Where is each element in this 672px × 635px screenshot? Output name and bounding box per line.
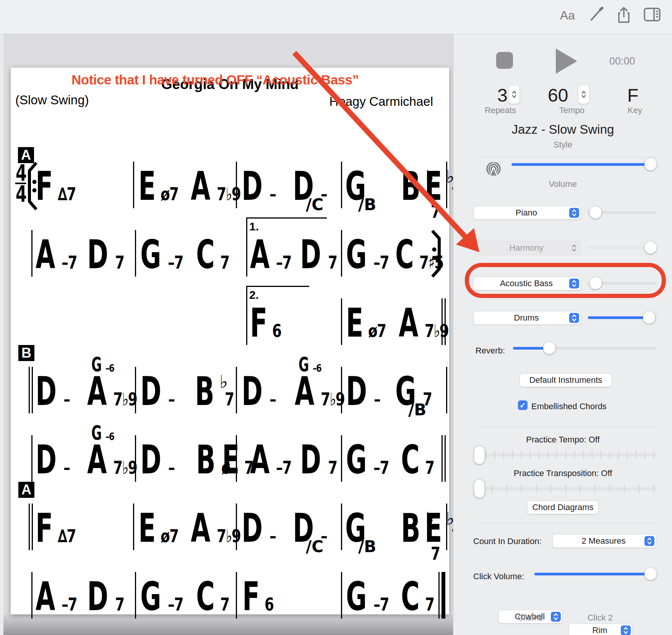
chord: F∆7	[36, 513, 81, 545]
play-button[interactable]	[556, 49, 577, 74]
barline-double	[29, 367, 30, 413]
chord: Eø7	[138, 171, 183, 203]
chord-accidental: ♭	[219, 373, 228, 390]
stepper-label: Tempo	[551, 105, 593, 115]
slider-knob[interactable]	[644, 241, 657, 254]
stepper-label: Repeats	[479, 105, 521, 115]
barline	[341, 230, 342, 277]
chord-root: G	[91, 425, 101, 441]
harmony-select[interactable]: Harmony	[473, 241, 581, 255]
chord-quality: ø7	[368, 322, 386, 340]
drums-volume-slider[interactable]	[588, 311, 657, 324]
slider-knob[interactable]	[543, 342, 555, 354]
chord: G–7	[140, 581, 187, 613]
chord-root: F	[242, 581, 258, 612]
chord-root: G	[140, 581, 160, 612]
stepper-control[interactable]	[578, 85, 589, 104]
chord-bass: /B	[358, 539, 376, 555]
chord: B♭7	[195, 376, 236, 408]
barline	[135, 230, 136, 277]
default-instruments-button[interactable]: Default Instruments	[519, 373, 612, 387]
chord-quality: –6	[106, 363, 114, 373]
reverb-slider[interactable]	[513, 342, 656, 355]
chord-bass: /B	[358, 197, 376, 213]
chord: F6	[242, 581, 276, 613]
edit-pencil-icon[interactable]	[589, 7, 604, 24]
chord-root: F	[250, 308, 266, 338]
chord-quality: –	[63, 390, 70, 408]
click-volume-slider[interactable]	[534, 567, 657, 580]
practice-tempo-label: Practice Tempo: Off	[453, 435, 672, 445]
stepper-chevrons-icon	[569, 313, 579, 323]
chord-root: A	[191, 171, 209, 201]
chord-root: D	[300, 444, 320, 475]
harmony-volume-slider[interactable]	[588, 241, 657, 254]
chord: D–	[36, 376, 71, 408]
slider-knob[interactable]	[589, 206, 602, 219]
chord: D7	[300, 444, 339, 476]
chord-root: G	[140, 239, 160, 270]
repeat-start-icon	[25, 162, 38, 212]
separator	[480, 157, 656, 157]
chord-root: G	[346, 239, 365, 270]
chord-diagrams-button[interactable]: Chord Diagrams	[527, 501, 599, 514]
drums-value: Drums	[474, 313, 569, 323]
piano-volume-slider[interactable]	[588, 206, 657, 219]
chord: D7	[300, 239, 339, 271]
chord: Eø7	[346, 308, 391, 340]
toggle-sidebar-icon[interactable]	[644, 7, 661, 24]
chord-quality: 7	[115, 254, 124, 271]
reverb-label: Reverb:	[476, 346, 505, 356]
count-in-duration-select[interactable]: 2 Measures	[552, 534, 656, 548]
slider-knob[interactable]	[474, 446, 485, 464]
chord-root: D	[87, 581, 107, 612]
chord-root: D	[140, 376, 160, 407]
chord: G–6	[299, 357, 323, 373]
chord: G–6	[91, 425, 116, 442]
click2-select[interactable]: Rim	[568, 624, 633, 635]
chord-root: C	[401, 581, 419, 612]
chord-quality: 7♭9	[113, 459, 137, 476]
chord-bass: /C	[306, 197, 323, 213]
chord-quality: –7	[276, 254, 291, 271]
slider-knob[interactable]	[644, 568, 657, 580]
chord-quality: 7	[225, 390, 234, 408]
master-volume-label: Volume	[453, 179, 672, 189]
slider-knob[interactable]	[474, 479, 485, 498]
chord: D–	[140, 376, 176, 408]
stop-button[interactable]	[496, 52, 513, 69]
style-name[interactable]: Jazz - Slow Swing	[453, 122, 672, 137]
stepper-chevrons-icon	[644, 536, 654, 546]
chord: D–/C	[293, 171, 329, 203]
barline	[446, 367, 447, 413]
stepper-chevrons-icon	[569, 208, 579, 218]
chord-quality: –7	[276, 459, 291, 476]
chord-root: E	[425, 171, 441, 201]
practice-tempo-slider[interactable]	[474, 446, 656, 464]
chord-root: E	[346, 308, 362, 338]
text-size-icon[interactable]: Aa	[560, 8, 575, 23]
chord: A7♭9	[399, 308, 455, 340]
chord-quality: 7	[328, 254, 337, 271]
chord-quality: 7	[425, 459, 434, 476]
chord-quality: 7	[115, 596, 124, 613]
practice-transposition-slider[interactable]	[474, 479, 656, 498]
chord: A–7	[36, 581, 81, 613]
chord-root: D	[300, 239, 320, 270]
stepper-value: 3	[497, 85, 508, 106]
annotation-text: Notice that I have turned OFF “Acoustic …	[71, 72, 359, 87]
piano-select[interactable]: Piano	[473, 206, 581, 220]
chord-root: A	[191, 513, 209, 543]
stepper-control[interactable]	[508, 85, 520, 104]
chord: G–7	[346, 239, 393, 271]
master-volume-slider[interactable]	[511, 158, 657, 171]
chord-quality: –7	[373, 254, 389, 271]
slider-knob[interactable]	[643, 311, 655, 324]
embellished-chords-checkbox[interactable]: ✓	[518, 400, 528, 410]
drums-select[interactable]: Drums	[473, 311, 581, 325]
barline	[31, 230, 32, 277]
chord: A7♭9	[191, 513, 247, 545]
barline-double	[442, 435, 443, 482]
slider-knob[interactable]	[644, 158, 657, 170]
share-icon[interactable]	[616, 7, 631, 25]
